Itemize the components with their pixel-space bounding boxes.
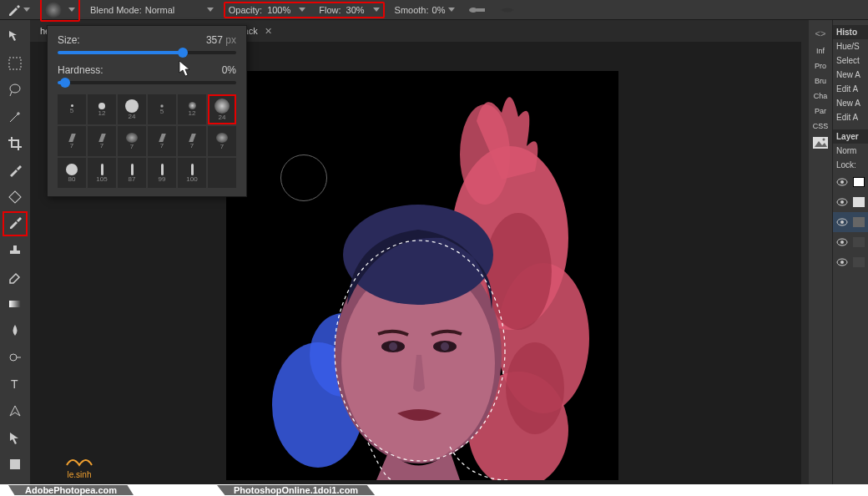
footer-link[interactable]: AdobePhotopea.com [8, 485, 134, 495]
close-icon[interactable]: ✕ [265, 26, 272, 37]
size-label: Size: [58, 34, 80, 46]
eye-icon[interactable] [836, 218, 848, 226]
svg-rect-2 [9, 58, 21, 69]
slider-thumb[interactable] [60, 78, 70, 88]
paragraph-panel-tab[interactable]: Par [815, 104, 826, 119]
eye-icon[interactable] [836, 238, 848, 246]
tools-panel: T [0, 20, 30, 484]
chevron-down-icon[interactable] [373, 8, 380, 12]
history-item[interactable]: Edit A [833, 110, 868, 124]
marquee-tool[interactable] [3, 51, 28, 76]
history-item[interactable]: New A [833, 96, 868, 110]
move-tool[interactable] [3, 24, 28, 49]
canvas-document[interactable] [226, 71, 618, 480]
crop-tool[interactable] [3, 131, 28, 156]
layer-blend-mode[interactable]: Norm [833, 144, 868, 158]
blend-mode-control[interactable]: Blend Mode: Normal [87, 3, 217, 17]
footer-link[interactable]: PhotoshopOnline.1doi1.com [217, 485, 375, 495]
opacity-flow-group: Opacity: 100% Flow: 30% [224, 2, 385, 18]
css-panel-tab[interactable]: CSS [813, 119, 829, 134]
brush-preset[interactable]: 5 [58, 94, 86, 124]
brush-preset[interactable]: 7 [208, 126, 236, 156]
history-item[interactable]: Select [833, 53, 868, 68]
svg-point-0 [469, 8, 477, 13]
brush-preset-selected[interactable]: 24 [208, 94, 236, 124]
eye-icon[interactable] [836, 178, 848, 186]
shape-tool[interactable] [3, 452, 28, 477]
history-item[interactable]: New A [833, 68, 868, 82]
hardness-value[interactable]: 0% [222, 64, 236, 76]
brush-preset[interactable]: 100 [178, 158, 206, 188]
pressure-toggle[interactable] [497, 4, 518, 16]
dodge-tool[interactable] [3, 345, 28, 370]
flow-label: Flow: [319, 5, 341, 15]
eye-icon[interactable] [836, 198, 848, 206]
blur-tool[interactable] [3, 318, 28, 343]
image-thumb-icon[interactable] [813, 134, 828, 154]
wand-tool[interactable] [3, 104, 28, 129]
properties-panel-tab[interactable]: Pro [815, 58, 826, 73]
options-bar: Blend Mode: Normal Opacity: 100% Flow: 3… [0, 0, 868, 20]
type-tool[interactable]: T [3, 372, 28, 397]
size-value[interactable]: 357 px [206, 34, 236, 46]
eraser-tool[interactable] [3, 265, 28, 290]
lasso-tool[interactable] [3, 78, 28, 103]
brush-preset[interactable]: 12 [88, 94, 116, 124]
blend-mode-value: Normal [145, 5, 204, 15]
brush-preset[interactable]: 7 [178, 126, 206, 156]
layer-row[interactable] [833, 192, 868, 212]
chevron-down-icon [207, 8, 214, 12]
history-item[interactable]: Hue/S [833, 39, 868, 53]
brush-preset[interactable]: 7 [58, 126, 86, 156]
info-panel-tab[interactable]: Inf [816, 43, 825, 58]
history-panel-header[interactable]: Histo [833, 25, 868, 39]
opacity-value[interactable]: 100% [267, 5, 290, 15]
layer-row[interactable] [833, 172, 868, 192]
right-panels: <> Inf Pro Bru Cha Par CSS Histo Hue/S S… [809, 20, 868, 484]
size-slider[interactable] [58, 51, 236, 54]
heal-tool[interactable] [3, 185, 28, 210]
brush-tool[interactable] [3, 211, 28, 236]
airbrush-toggle[interactable] [465, 4, 490, 16]
svg-point-6 [10, 354, 17, 361]
brush-preset[interactable]: 7 [118, 126, 146, 156]
path-select-tool[interactable] [3, 425, 28, 450]
flow-value[interactable]: 30% [346, 5, 365, 15]
brush-preset[interactable]: 99 [148, 158, 176, 188]
history-item[interactable]: Edit A [833, 82, 868, 96]
gradient-tool[interactable] [3, 291, 28, 316]
chevron-down-icon[interactable] [299, 8, 305, 12]
brush-preset[interactable]: 24 [118, 94, 146, 124]
smooth-control[interactable]: Smooth: 0% [391, 3, 459, 17]
brush-preset-picker[interactable] [40, 0, 80, 22]
brush-preset[interactable]: 80 [58, 158, 86, 188]
layer-row[interactable] [833, 252, 868, 272]
brush-preset[interactable]: 105 [88, 158, 116, 188]
svg-text:T: T [11, 377, 18, 391]
svg-point-13 [485, 213, 552, 330]
brush-preset[interactable]: 12 [178, 94, 206, 124]
layer-row-selected[interactable] [833, 212, 868, 232]
brush-preset[interactable]: 7 [88, 126, 116, 156]
footer-bar: AdobePhotopea.com PhotoshopOnline.1doi1.… [0, 484, 868, 496]
brush-tool-indicator[interactable] [3, 2, 33, 18]
eyedropper-tool[interactable] [3, 158, 28, 183]
opacity-label: Opacity: [229, 5, 262, 15]
svg-point-14 [506, 342, 564, 434]
brushes-panel-tab[interactable]: Bru [815, 73, 826, 89]
brush-preset[interactable]: 5 [148, 94, 176, 124]
eye-icon[interactable] [836, 258, 848, 266]
brush-preset[interactable]: 7 [148, 126, 176, 156]
layer-row[interactable] [833, 232, 868, 252]
character-panel-tab[interactable]: Cha [814, 89, 828, 104]
svg-rect-5 [9, 301, 21, 307]
slider-thumb[interactable] [178, 48, 188, 58]
brush-preset[interactable]: 87 [118, 158, 146, 188]
hardness-slider[interactable] [58, 81, 236, 84]
stamp-tool[interactable] [3, 238, 28, 263]
pen-tool[interactable] [3, 398, 28, 423]
artwork-graphic [226, 71, 618, 480]
layers-panel-header[interactable]: Layer [833, 129, 868, 144]
brush-preset[interactable] [208, 158, 236, 188]
nav-icon[interactable]: <> [815, 28, 826, 38]
